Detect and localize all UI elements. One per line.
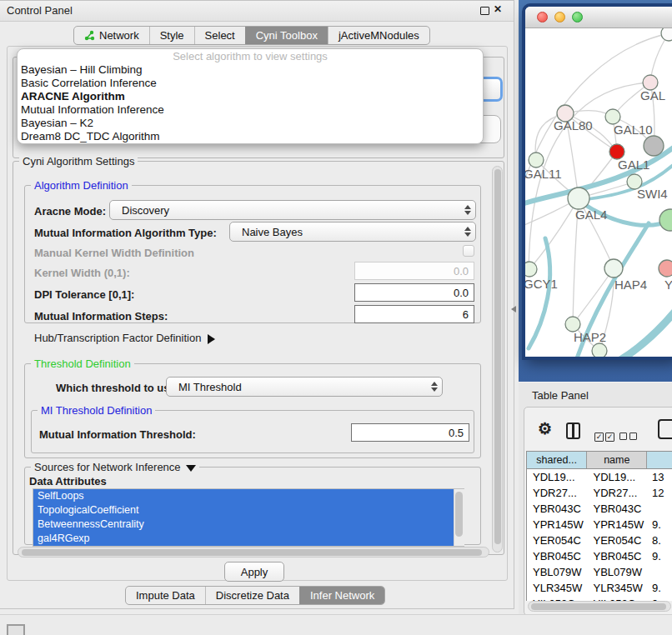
table-row[interactable]: YDR27...YDR27...12 — [527, 485, 672, 501]
table-row[interactable]: YER054CYER054C8. — [527, 532, 672, 548]
table-cell: YDR27... — [527, 485, 588, 501]
column-header-2[interactable]: name — [587, 452, 647, 468]
network-edge[interactable] — [529, 238, 550, 348]
node-label-gal4: GAL4 — [575, 208, 607, 222]
table-cell: YBL079W — [588, 564, 649, 580]
network-node-gcy1[interactable] — [525, 262, 537, 277]
node-table[interactable]: shared...name YDL19...YDL19...13YDR27...… — [526, 451, 672, 601]
minimize-traffic-light-icon[interactable] — [554, 12, 565, 22]
table-row[interactable]: YBR043CYBR043C — [527, 501, 672, 517]
close-panel-icon[interactable]: ✕ — [494, 3, 502, 15]
tab-cyni-toolbox[interactable]: Cyni Toolbox — [245, 27, 328, 44]
splitter-collapse-arrow[interactable] — [511, 306, 516, 312]
mi-algorithm-type-combobox[interactable]: Naive Bayes — [229, 222, 476, 242]
node-label-gal: GAL — [640, 88, 665, 102]
float-window-icon[interactable] — [480, 7, 489, 15]
tab-network[interactable]: Network — [74, 27, 149, 44]
manual-kernel-width-label: Manual Kernel Width Definition — [34, 247, 194, 259]
sources-label[interactable]: Sources for Network Inference — [31, 461, 199, 473]
network-edge[interactable] — [529, 198, 579, 269]
table-horizontal-scrollbar[interactable] — [528, 601, 671, 612]
clipped-toolbar-icon[interactable] — [658, 419, 672, 439]
clipped-bottom-left-icon[interactable] — [7, 624, 25, 635]
node-label-gal10: GAL10 — [614, 122, 653, 137]
zoom-traffic-light-icon[interactable] — [572, 12, 583, 22]
table-cell: YLR345W — [527, 580, 588, 596]
tab-style[interactable]: Style — [149, 27, 194, 44]
table-panel-title: Table Panel — [532, 389, 589, 402]
settings-gear-icon[interactable]: ⚙ — [538, 419, 552, 438]
algorithm-dropdown-popup[interactable]: Select algorithm to view settings Bayesi… — [17, 48, 484, 144]
cyni-algorithm-settings-label: Cyni Algorithm Settings — [19, 155, 138, 168]
network-window-titlebar[interactable] — [525, 7, 672, 28]
hub-definition-toggle[interactable]: Hub/Transcription Factor Definition — [34, 332, 215, 344]
network-node[interactable] — [659, 209, 672, 231]
tab-jactivemnodules[interactable]: jActiveMNodules — [328, 27, 429, 44]
data-attributes-list[interactable]: SelfLoopsTopologicalCoefficientBetweenne… — [33, 488, 464, 547]
attribute-item-gal4rgexp[interactable]: gal4RGexp — [33, 532, 464, 546]
network-node-gal4[interactable] — [568, 188, 589, 209]
tab-network-label: Network — [99, 29, 139, 42]
algorithm-option-bayesian-k2[interactable]: Bayesian – K2 — [18, 117, 483, 130]
table-cell: YBR043C — [527, 501, 588, 517]
network-graph[interactable]: GALGAL80GAL10GAL1GAL11SWI4GAL4GCY1HAP4YH… — [525, 28, 672, 357]
table-cell: YDR27... — [588, 485, 649, 501]
table-row[interactable]: YDL19...YDL19...13 — [527, 469, 672, 485]
tab-jactivemnodules-label: jActiveMNodules — [339, 29, 419, 42]
table-row[interactable]: YPR145WYPR145W9. — [527, 517, 672, 532]
table-header-row[interactable]: shared...name — [526, 451, 672, 469]
column-header-1[interactable]: shared... — [527, 452, 587, 468]
attribute-item-betweennesscentrality[interactable]: BetweennessCentrality — [33, 518, 464, 532]
algorithm-option-basic-correlation-inference[interactable]: Basic Correlation Inference — [18, 77, 483, 90]
dpi-tolerance-field[interactable]: 0.0 — [354, 283, 474, 302]
aracne-mode-combobox[interactable]: Discovery — [109, 200, 476, 220]
table-row[interactable]: YBL079WYBL079W — [527, 564, 672, 580]
network-edge[interactable] — [620, 305, 672, 357]
network-node[interactable] — [661, 28, 672, 41]
tab-select[interactable]: Select — [194, 27, 245, 44]
algorithm-option-bayesian-hill-climbing[interactable]: Bayesian – Hill Climbing — [18, 63, 483, 77]
which-threshold-combobox[interactable]: MI Threshold — [166, 377, 443, 397]
select-all-checkboxes-icon[interactable]: ✓✓ — [594, 428, 614, 442]
kernel-width-field[interactable]: 0.0 — [354, 262, 474, 280]
settings-horizontal-scrollbar[interactable] — [18, 547, 489, 558]
table-cell: YBR045C — [588, 548, 649, 564]
deselect-all-checkboxes-icon[interactable] — [619, 428, 637, 443]
network-node[interactable] — [592, 343, 607, 357]
network-node-hap4[interactable] — [604, 259, 623, 278]
split-view-icon[interactable] — [566, 422, 580, 439]
network-node-y[interactable] — [659, 260, 672, 277]
table-row[interactable]: YBR045CYBR045C9. — [527, 548, 672, 564]
network-edge[interactable] — [525, 33, 669, 178]
algorithm-popup-list: Bayesian – Hill ClimbingBasic Correlatio… — [18, 63, 483, 143]
algorithm-option-dream8-dc-tdc-algorithm[interactable]: Dream8 DC_TDC Algorithm — [18, 130, 483, 143]
control-panel-titlebar[interactable]: Control Panel ✕ — [0, 1, 514, 22]
network-canvas[interactable]: GALGAL80GAL10GAL1GAL11SWI4GAL4GCY1HAP4YH… — [525, 28, 672, 357]
threshold-definition-label: Threshold Definition — [31, 358, 134, 370]
settings-vertical-scrollbar[interactable] — [492, 166, 503, 552]
attribute-item-topologicalcoefficient[interactable]: TopologicalCoefficient — [33, 503, 464, 518]
algorithm-option-aracne-algorithm[interactable]: ARACNE Algorithm — [18, 90, 483, 103]
tab-discretize-data[interactable]: Discretize Data — [205, 587, 299, 604]
mi-steps-field[interactable]: 6 — [354, 305, 474, 323]
table-body[interactable]: YDL19...YDL19...13YDR27...YDR27...12YBR0… — [526, 469, 672, 601]
tab-impute-data[interactable]: Impute Data — [126, 587, 205, 604]
table-cell: 12 — [648, 485, 672, 501]
mi-threshold-label: Mutual Information Threshold: — [39, 428, 196, 441]
algorithm-option-mutual-information-inference[interactable]: Mutual Information Inference — [18, 103, 483, 117]
tab-infer-network[interactable]: Infer Network — [299, 587, 384, 604]
close-traffic-light-icon[interactable] — [537, 12, 548, 22]
mi-steps-label: Mutual Information Steps: — [34, 310, 168, 322]
mi-threshold-field[interactable]: 0.5 — [351, 423, 469, 442]
manual-kernel-width-checkbox[interactable] — [463, 245, 474, 257]
network-node[interactable] — [644, 136, 664, 156]
attribute-item-selfloops[interactable]: SelfLoops — [33, 489, 464, 503]
network-view-window[interactable]: GALGAL80GAL10GAL1GAL11SWI4GAL4GCY1HAP4YH… — [525, 7, 672, 357]
node-label-hap2: HAP2 — [574, 330, 606, 344]
column-header-3[interactable] — [647, 452, 672, 468]
apply-button[interactable]: Apply — [224, 562, 284, 582]
attributes-scrollbar[interactable] — [454, 489, 464, 546]
table-row[interactable]: YLR345WYLR345W9. — [527, 580, 672, 596]
network-node-gal11[interactable] — [529, 152, 544, 168]
table-cell: 8. — [648, 532, 672, 548]
